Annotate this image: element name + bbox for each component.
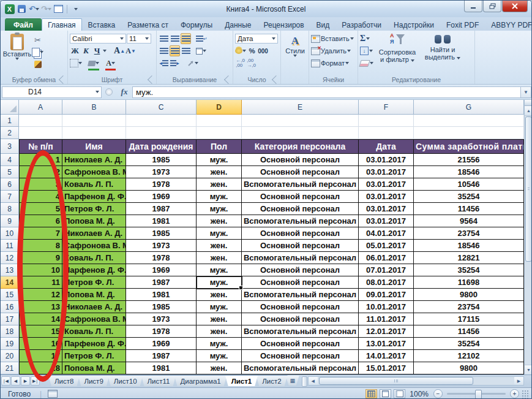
row-header-2[interactable]: 2	[1, 127, 19, 139]
cell[interactable]: жен.	[197, 289, 242, 301]
cell[interactable]: Николаев А. Д.	[62, 301, 126, 313]
row-header-14[interactable]: 14	[1, 276, 19, 289]
thousands-button[interactable]: 000	[258, 45, 268, 56]
row-header-12[interactable]: 12	[1, 252, 19, 264]
cell[interactable]: 06.01.2017	[359, 252, 414, 264]
tab-insert[interactable]: Вставка	[82, 18, 122, 31]
align-center-button[interactable]	[170, 45, 180, 56]
excel-logo-icon[interactable]: X	[4, 4, 15, 14]
cell[interactable]: 18	[19, 362, 62, 374]
print-preview-button[interactable]	[53, 4, 64, 14]
save-button[interactable]	[17, 4, 27, 14]
merge-center-button[interactable]	[196, 45, 206, 56]
cell[interactable]	[197, 115, 242, 127]
cell[interactable]: 16	[19, 338, 62, 350]
row-header-21[interactable]: 21	[1, 362, 19, 374]
row-header-20[interactable]: 20	[1, 350, 19, 362]
vertical-scroll-track[interactable]	[525, 262, 532, 365]
cell[interactable]: 08.01.2017	[359, 276, 414, 289]
percent-button[interactable]: %	[247, 45, 257, 56]
decrease-indent-button[interactable]: ◂	[159, 58, 169, 69]
paste-button[interactable]: Вставить	[2, 32, 32, 74]
sheet-tab-Диаграмма1[interactable]: Диаграмма1	[174, 375, 227, 386]
cell[interactable]: 09.01.2017	[359, 289, 414, 301]
cell[interactable]	[242, 115, 359, 127]
tab-view[interactable]: Вид	[310, 18, 336, 31]
cell[interactable]	[62, 115, 126, 127]
cell[interactable]: 15.01.2017	[359, 362, 414, 374]
tab-foxit-pdf[interactable]: Foxit PDF	[440, 18, 485, 31]
cell[interactable]: 35254	[414, 264, 524, 276]
cell[interactable]	[359, 115, 414, 127]
last-sheet-button[interactable]: ▶∣	[31, 376, 40, 386]
cell[interactable]: Основной персонал	[242, 203, 359, 215]
resize-grip[interactable]	[522, 390, 529, 398]
clear-button[interactable]	[360, 57, 373, 69]
tab-file[interactable]: Файл	[5, 18, 42, 31]
cell[interactable]: Основной персонал	[242, 264, 359, 276]
delete-cells-button[interactable]: Удалить	[311, 45, 356, 57]
cell[interactable]: 5	[19, 203, 62, 215]
cell[interactable]: 12821	[414, 252, 524, 264]
cell[interactable]: жен.	[197, 240, 242, 252]
minimize-button[interactable]	[464, 1, 482, 12]
format-cells-button[interactable]: Формат	[311, 57, 356, 69]
scroll-left-icon[interactable]: ◀	[309, 377, 318, 385]
cell[interactable]: 18546	[414, 240, 524, 252]
cell[interactable]: 04.01.2017	[359, 227, 414, 240]
tab-data[interactable]: Данные	[219, 18, 257, 31]
accounting-format-button[interactable]	[235, 45, 246, 56]
cell[interactable]: Петров Ф. Л.	[62, 276, 126, 289]
increase-indent-button[interactable]: ▸	[170, 58, 180, 69]
row-header-16[interactable]: 16	[1, 301, 19, 313]
cell[interactable]: 18546	[414, 166, 524, 178]
cell[interactable]: Основной персонал	[242, 227, 359, 240]
row-header-10[interactable]: 10	[1, 227, 19, 240]
decrease-decimal-button[interactable]: ,00→,0	[246, 58, 257, 69]
cell[interactable]	[414, 127, 524, 139]
customize-qat-button[interactable]	[70, 4, 81, 14]
cell[interactable]: Основной персонал	[242, 191, 359, 203]
cell[interactable]: 1973	[126, 313, 197, 325]
align-middle-button[interactable]	[170, 33, 180, 44]
scroll-up-icon[interactable]: ▲	[525, 106, 532, 116]
cell[interactable]: 4	[19, 191, 62, 203]
sheet-tab-Лист11[interactable]: Лист11	[141, 375, 176, 386]
cell[interactable]: Парфенов Д. Ф.	[62, 191, 126, 203]
cell[interactable]: 1985	[126, 227, 197, 240]
cell[interactable]: 1	[19, 154, 62, 166]
cell[interactable]: Коваль Л. П.	[62, 252, 126, 264]
cell[interactable]: Сафронова В. М.	[62, 313, 126, 325]
cell[interactable]	[197, 127, 242, 139]
zoom-out-button[interactable]: −	[433, 389, 443, 398]
row-header-6[interactable]: 6	[1, 178, 19, 191]
zoom-slider-thumb[interactable]	[475, 390, 482, 399]
scroll-down-icon[interactable]: ▼	[525, 365, 532, 374]
format-painter-button[interactable]	[32, 59, 43, 70]
cell[interactable]: муж.	[197, 276, 242, 289]
cell[interactable]: 12.01.2017	[359, 325, 414, 338]
cell[interactable]: Парфенов Д. Ф.	[62, 338, 126, 350]
table-header-cell[interactable]: Категория персонала	[242, 139, 359, 154]
cell[interactable]: 15	[19, 325, 62, 338]
cell[interactable]: жен.	[197, 362, 242, 374]
sheet-tab-Лист2[interactable]: Лист2	[256, 375, 287, 386]
find-select-button[interactable]: Найти ивыделить	[421, 32, 464, 74]
cell[interactable]: 03.01.2017	[359, 178, 414, 191]
cell[interactable]: 35254	[414, 338, 524, 350]
align-right-button[interactable]	[181, 45, 191, 56]
page-layout-view-button[interactable]	[380, 389, 391, 398]
restore-button[interactable]	[483, 1, 501, 12]
next-sheet-button[interactable]: ▶	[21, 376, 30, 386]
cell[interactable]	[414, 115, 524, 127]
row-header-5[interactable]: 5	[1, 166, 19, 178]
fill-color-button[interactable]	[88, 58, 99, 69]
table-header-cell[interactable]: Имя	[62, 139, 126, 154]
macro-record-button[interactable]	[48, 390, 58, 398]
table-header-cell[interactable]: Сумма заработной платы	[414, 139, 524, 154]
sheet-tab-Лист10[interactable]: Лист10	[108, 375, 143, 386]
cell[interactable]: 03.01.2017	[359, 154, 414, 166]
name-box-dropdown-icon[interactable]	[96, 91, 99, 93]
cell[interactable]: Петров Ф. Л.	[62, 350, 126, 362]
cell[interactable]: 12102	[414, 350, 524, 362]
